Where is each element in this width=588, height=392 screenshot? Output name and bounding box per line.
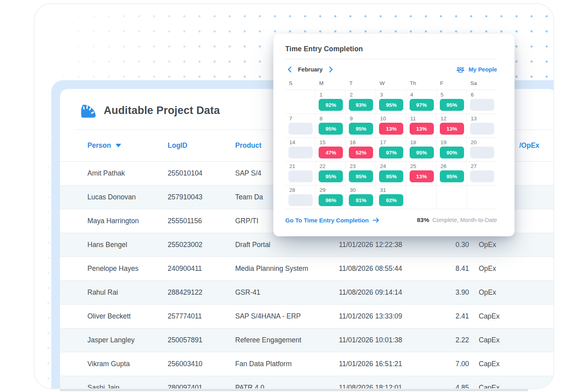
completion-summary: 83% Complete, Month-to-Date — [417, 216, 497, 224]
table-row: Penelope Hayes240900411Media Planning Sy… — [60, 257, 554, 281]
calendar-nav: February My People — [285, 64, 497, 75]
table-row: Sashi Jain280097401PATR 4.011/08/2026 18… — [60, 376, 554, 389]
completion-chip[interactable]: 96% — [319, 194, 343, 206]
calendar-title: Time Entry Completion — [285, 45, 497, 53]
column-header-logid[interactable]: LogID — [168, 141, 235, 150]
calendar-day-cell: 13 — [467, 114, 497, 138]
completion-chip[interactable]: 92% — [319, 99, 343, 111]
completion-chip[interactable]: 95% — [319, 170, 343, 182]
day-of-week-label: F — [437, 79, 467, 90]
calendar-day-cell: 27 — [467, 162, 497, 185]
cell-capex: CapEx — [479, 384, 554, 389]
previous-month-button[interactable] — [285, 65, 294, 74]
calendar-day-cell: 2395% — [346, 162, 376, 185]
completion-chip[interactable]: 95% — [319, 123, 343, 135]
completion-chip[interactable]: 13% — [410, 170, 434, 182]
empty-day-chip — [288, 123, 313, 135]
empty-day-chip — [470, 99, 494, 111]
completion-chip[interactable]: 97% — [379, 147, 403, 158]
day-of-week-label: M — [315, 79, 346, 90]
day-number: 25 — [410, 163, 434, 170]
cell-product: Referee Engagement — [235, 336, 339, 344]
cell-capex: CapEx — [479, 360, 554, 368]
calendar-day-cell: 1113% — [406, 114, 437, 138]
calendar-day-cell: 14 — [285, 138, 315, 162]
completion-chip[interactable]: 92% — [379, 194, 403, 206]
day-number: 10 — [379, 115, 403, 122]
completion-chip[interactable]: 95% — [440, 170, 464, 182]
completion-chip[interactable]: 13% — [410, 123, 434, 135]
column-header-person[interactable]: Person — [87, 141, 168, 150]
cell-person: Sashi Jain — [87, 384, 168, 389]
calendar-day-cell: 497% — [406, 90, 437, 114]
table-row: Jasper Langley250057891Referee Engagemen… — [60, 328, 554, 352]
calendar-footer: Go To Time Entry Completion 83% Complete… — [285, 216, 497, 224]
completion-chip[interactable]: 91% — [349, 194, 373, 206]
page: Auditable Project Data Person LogID Prod… — [0, 0, 588, 392]
empty-day-chip — [470, 170, 494, 182]
cell-logid: 288429122 — [168, 288, 235, 297]
completion-label: Complete, Month-to-Date — [432, 217, 497, 223]
calendar-day-cell: 1990% — [437, 138, 467, 162]
calendar-day-cell: 1895% — [406, 138, 437, 162]
day-number: 8 — [319, 115, 343, 122]
completion-chip[interactable]: 95% — [410, 147, 434, 158]
day-number: 5 — [440, 91, 464, 98]
my-people-label: My People — [468, 66, 497, 73]
calendar-day-cell: 2996% — [315, 185, 346, 209]
completion-chip[interactable]: 97% — [410, 99, 434, 111]
calendar-day-cell: 1652% — [346, 138, 376, 162]
calendar-day-cell: 21 — [285, 162, 315, 185]
cell-logid: 257910043 — [168, 193, 235, 201]
completion-chip[interactable]: 13% — [379, 123, 403, 135]
calendar-day-cell: 192% — [315, 90, 346, 114]
cell-datetime: 11/08/2026 08:55:44 — [339, 265, 446, 273]
calendar-day-cell — [285, 90, 315, 114]
completion-chip[interactable]: 95% — [379, 170, 403, 182]
completion-chip[interactable]: 95% — [349, 170, 373, 182]
completion-chip[interactable]: 93% — [349, 99, 373, 111]
completion-chip[interactable]: 90% — [440, 147, 464, 158]
arrow-right-icon — [373, 218, 379, 223]
day-number: 29 — [319, 187, 343, 193]
cell-product: Draft Portal — [235, 241, 339, 249]
empty-day-chip — [288, 147, 313, 158]
day-number: 2 — [349, 91, 373, 98]
cell-logid: 255023002 — [168, 241, 235, 249]
month-label: February — [298, 66, 323, 73]
table-row: Hans Bengel255023002Draft Portal11/01/20… — [60, 233, 554, 257]
my-people-button[interactable]: My People — [456, 66, 497, 73]
day-number: 7 — [288, 115, 313, 122]
completion-chip[interactable]: 13% — [440, 123, 464, 135]
cell-logid: 256003410 — [168, 360, 235, 368]
completion-chip[interactable]: 95% — [349, 123, 373, 135]
day-number: 30 — [349, 187, 373, 193]
cell-logid: 240900411 — [168, 265, 235, 273]
calendar-day-cell: 2295% — [315, 162, 346, 185]
cell-capex: CapEx — [479, 312, 554, 321]
calendar-day-cell: 7 — [285, 114, 315, 138]
next-month-button[interactable] — [327, 65, 335, 74]
cell-datetime: 11/08/2026 18:12:01 — [339, 384, 446, 389]
day-number: 15 — [319, 139, 343, 146]
empty-day-chip — [288, 170, 313, 182]
completion-percent: 83% — [417, 216, 429, 224]
day-number: 11 — [410, 115, 434, 122]
cell-person: Maya Harrington — [87, 217, 168, 225]
completion-chip[interactable]: 52% — [349, 147, 373, 158]
completion-chip[interactable]: 95% — [379, 99, 403, 111]
empty-day-chip — [470, 123, 494, 135]
calendar-day-cell: 3192% — [376, 185, 406, 209]
calendar-grid: 192%293%395%497%595%67895%995%1013%1113%… — [285, 90, 497, 209]
sort-caret-icon[interactable] — [116, 144, 121, 147]
cell-logid: 255501156 — [168, 217, 235, 225]
cell-product: PATR 4.0 — [235, 384, 339, 389]
completion-chip[interactable]: 95% — [440, 99, 464, 111]
completion-chip[interactable]: 47% — [319, 147, 343, 158]
cell-logid: 280097401 — [168, 384, 235, 389]
empty-day-chip — [470, 147, 494, 158]
day-number: 13 — [470, 115, 495, 122]
cell-product: GSR-41 — [235, 288, 339, 297]
go-to-time-entry-link[interactable]: Go To Time Entry Completion — [285, 217, 379, 224]
cell-person: Hans Bengel — [87, 241, 168, 249]
